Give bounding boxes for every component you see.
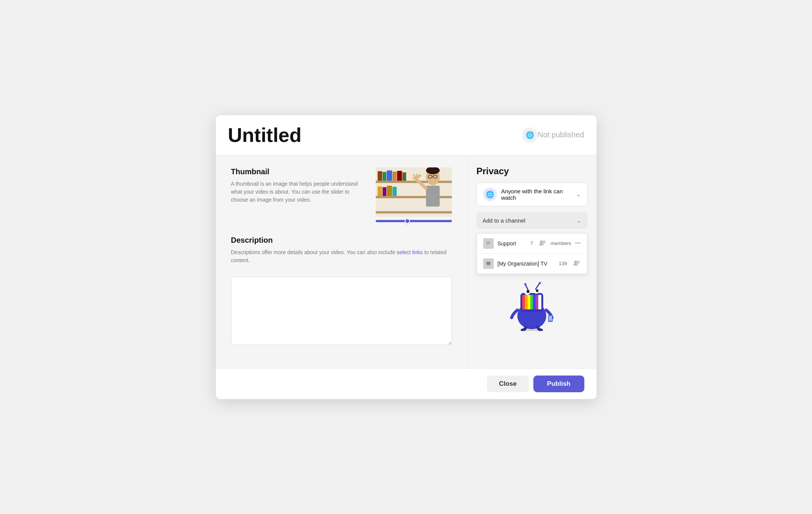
thumbnail-section: Thumbnail A thumbnail is an image that h… — [231, 167, 452, 222]
description-desc-prefix: Descriptions offer more details about yo… — [231, 249, 397, 255]
slider-thumb — [405, 218, 410, 224]
svg-point-27 — [540, 240, 543, 243]
channel-item-org-tv[interactable]: [My Organization] TV 139 — [477, 254, 587, 274]
thumbnail-slider[interactable] — [376, 220, 452, 222]
privacy-chevron-icon: ⌄ — [576, 191, 581, 198]
channel-dropdown: Support 7 members ··· [My Organization] … — [477, 233, 587, 274]
svg-rect-40 — [530, 295, 533, 309]
svg-rect-42 — [536, 295, 538, 309]
thumbnail-preview — [376, 167, 452, 222]
channel-icon-support — [483, 238, 494, 249]
privacy-globe-icon: 🌐 — [483, 188, 497, 201]
members-icon-org-tv — [573, 260, 581, 267]
svg-rect-19 — [426, 186, 440, 207]
close-button[interactable]: Close — [487, 376, 529, 392]
mascot-illustration — [507, 282, 557, 331]
privacy-option-label: Anyone with the link can watch — [501, 188, 571, 201]
select-links-link[interactable]: select links — [397, 249, 423, 255]
svg-rect-5 — [383, 172, 386, 181]
channel-selector[interactable]: Add to a channel ⌄ — [477, 212, 587, 229]
svg-point-49 — [524, 283, 526, 285]
modal-header: Untitled 🌐 Not published — [216, 115, 597, 155]
svg-point-47 — [536, 289, 539, 292]
svg-line-25 — [413, 178, 416, 179]
channel-item-support[interactable]: Support 7 members ··· — [477, 234, 587, 254]
svg-rect-9 — [402, 172, 406, 181]
svg-rect-11 — [383, 187, 386, 196]
svg-rect-2 — [376, 196, 452, 198]
svg-rect-4 — [378, 171, 382, 181]
svg-rect-41 — [533, 295, 536, 309]
svg-rect-6 — [387, 170, 392, 181]
channel-selector-label: Add to a channel — [483, 217, 526, 224]
svg-rect-8 — [397, 171, 402, 181]
left-panel: Thumbnail A thumbnail is an image that h… — [216, 155, 467, 368]
description-desc: Descriptions offer more details about yo… — [231, 248, 452, 264]
publish-button[interactable]: Publish — [533, 376, 584, 392]
svg-rect-7 — [392, 172, 397, 181]
channel-count-org-tv: 139 — [559, 261, 567, 266]
globe-button[interactable]: 🌐 — [522, 127, 538, 143]
svg-line-50 — [536, 283, 539, 289]
not-published-label: Not published — [538, 130, 584, 139]
mascot-area — [477, 282, 587, 331]
description-title: Description — [231, 236, 452, 245]
publish-modal: Untitled 🌐 Not published Thumbnail A thu… — [216, 115, 597, 399]
channel-count-support: 7 — [530, 240, 533, 246]
members-label-support: members — [550, 240, 571, 246]
svg-point-54 — [520, 328, 543, 331]
thumbnail-svg — [376, 167, 452, 217]
svg-point-32 — [574, 261, 577, 264]
thumbnail-text: Thumbnail A thumbnail is an image that h… — [231, 167, 367, 222]
svg-rect-38 — [525, 295, 528, 309]
thumbnail-image — [376, 167, 452, 217]
channel-name-support: Support — [498, 240, 527, 247]
modal-title: Untitled — [228, 124, 517, 146]
channel-icon-org-tv — [483, 258, 494, 269]
description-textarea[interactable] — [231, 277, 452, 345]
channel-chevron-icon: ⌄ — [576, 217, 581, 224]
svg-rect-13 — [392, 187, 397, 196]
svg-rect-12 — [387, 186, 392, 196]
svg-rect-3 — [376, 211, 452, 213]
more-options-icon-support[interactable]: ··· — [575, 239, 581, 247]
svg-rect-30 — [487, 262, 490, 265]
svg-point-51 — [539, 282, 541, 284]
description-section: Description Descriptions offer more deta… — [231, 236, 452, 347]
privacy-selector[interactable]: 🌐 Anyone with the link can watch ⌄ — [477, 183, 587, 206]
right-panel: Privacy 🌐 Anyone with the link can watch… — [467, 155, 597, 368]
privacy-title: Privacy — [477, 166, 587, 177]
svg-rect-31 — [487, 265, 490, 266]
svg-rect-53 — [549, 316, 552, 321]
thumbnail-desc: A thumbnail is an image that helps peopl… — [231, 180, 367, 204]
svg-rect-37 — [522, 295, 525, 309]
svg-rect-10 — [378, 186, 382, 196]
svg-rect-1 — [376, 181, 452, 183]
members-icon-support — [539, 240, 547, 247]
svg-rect-43 — [538, 295, 541, 309]
svg-rect-39 — [528, 295, 530, 309]
modal-footer: Close Publish — [216, 368, 597, 399]
modal-body: Thumbnail A thumbnail is an image that h… — [216, 155, 597, 368]
channel-name-org-tv: [My Organization] TV — [498, 261, 555, 267]
thumbnail-title: Thumbnail — [231, 167, 367, 176]
